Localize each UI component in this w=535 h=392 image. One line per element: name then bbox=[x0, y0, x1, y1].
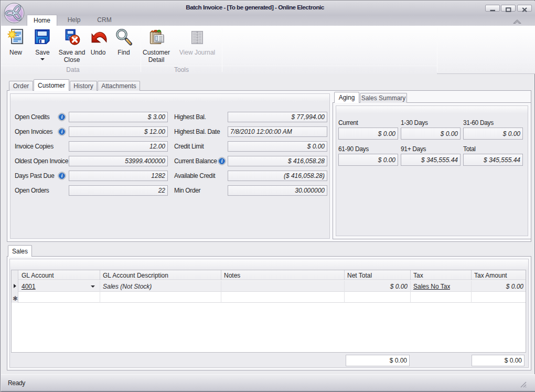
svg-text:i: i bbox=[61, 114, 63, 120]
svg-text:i: i bbox=[221, 158, 223, 164]
svg-text:i: i bbox=[61, 173, 63, 178]
svg-text:i: i bbox=[61, 129, 63, 134]
